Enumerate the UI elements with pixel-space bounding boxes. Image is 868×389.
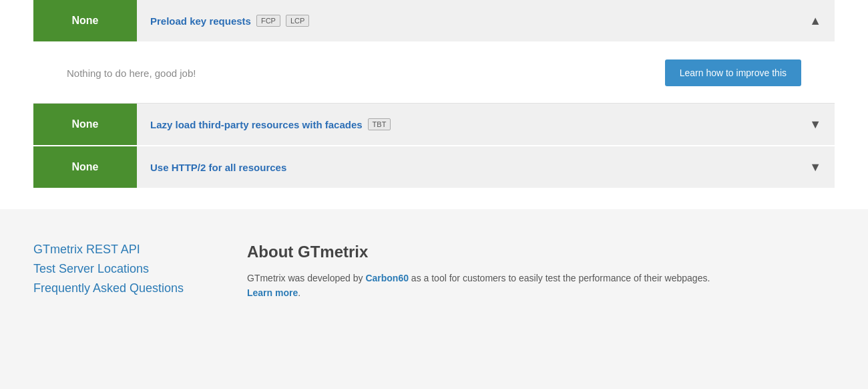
audit-title-preload: Preload key requests FCP LCP [137, 15, 796, 27]
audit-title-lazy: Lazy load third-party resources with fac… [137, 118, 796, 130]
expanded-content-preload: Nothing to do here, good job! Learn how … [33, 43, 835, 104]
metric-badge-lcp: LCP [286, 15, 309, 27]
about-title: About GTmetrix [247, 243, 835, 261]
audit-section: None Preload key requests FCP LCP ▲ Noth… [0, 0, 868, 209]
learn-improve-button[interactable]: Learn how to improve this [665, 59, 801, 86]
score-badge-preload: None [33, 0, 137, 41]
nothing-text: Nothing to do here, good job! [67, 68, 196, 79]
score-badge-lazy: None [33, 104, 137, 145]
footer: GTmetrix REST API Test Server Locations … [0, 216, 868, 328]
metric-badge-tbt: TBT [368, 118, 391, 130]
chevron-lazy-button[interactable]: ▼ [796, 118, 835, 132]
about-text-end: . [298, 287, 300, 298]
score-badge-http2: None [33, 146, 137, 188]
about-text-after: as a tool for customers to easily test t… [409, 273, 710, 283]
about-section: About GTmetrix GTmetrix was developed by… [247, 243, 835, 301]
footer-links: GTmetrix REST API Test Server Locations … [33, 243, 207, 301]
metric-badge-fcp: FCP [256, 15, 280, 27]
about-text-before: GTmetrix was developed by [247, 273, 365, 283]
learn-more-link[interactable]: Learn more [247, 287, 298, 298]
link-test-server-locations[interactable]: Test Server Locations [33, 262, 207, 276]
carbon60-link[interactable]: Carbon60 [365, 273, 409, 283]
audit-row-preload: None Preload key requests FCP LCP ▲ [33, 0, 835, 41]
link-faq[interactable]: Frequently Asked Questions [33, 281, 207, 295]
audit-row-lazy: None Lazy load third-party resources wit… [33, 104, 835, 145]
chevron-preload-button[interactable]: ▲ [796, 14, 835, 28]
about-text: GTmetrix was developed by Carbon60 as a … [247, 271, 728, 301]
audit-row-http2: None Use HTTP/2 for all resources ▼ [33, 146, 835, 188]
chevron-http2-button[interactable]: ▼ [796, 160, 835, 174]
audit-title-http2: Use HTTP/2 for all resources [137, 162, 796, 173]
link-gtmetrix-api[interactable]: GTmetrix REST API [33, 243, 207, 257]
